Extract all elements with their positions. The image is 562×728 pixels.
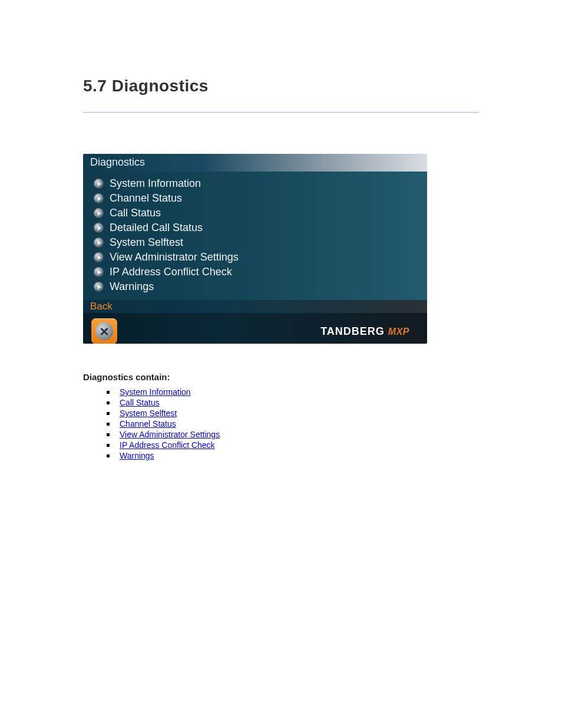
list-item: System Information [107,387,479,397]
section-heading: 5.7 Diagnostics [83,77,479,95]
brand-sub: MXP [388,327,409,337]
play-icon [94,223,104,233]
link-call-status[interactable]: Call Status [120,398,160,407]
link-channel-status[interactable]: Channel Status [120,419,176,429]
diagnostics-panel: Diagnostics System Information Channel S… [83,154,427,344]
link-view-administrator-settings[interactable]: View Administrator Settings [120,430,220,439]
menu-item-label: Channel Status [110,192,182,205]
menu-item-label: Detailed Call Status [110,222,203,234]
list-item: View Administrator Settings [107,429,479,440]
list-item: Warnings [107,450,479,461]
menu-item-warnings[interactable]: Warnings [94,279,427,294]
back-button[interactable] [91,318,117,344]
links-list: System Information Call Status System Se… [83,387,479,461]
brand-main: TANDBERG [320,325,385,338]
play-icon [94,267,104,277]
play-icon [94,238,104,248]
menu-item-ip-address-conflict-check[interactable]: IP Address Conflict Check [94,265,427,279]
brand: TANDBERG MXP [320,325,409,338]
list-item: Channel Status [107,419,479,429]
panel-body: System Information Channel Status Call S… [83,172,427,300]
menu-item-system-selftest[interactable]: System Selftest [94,235,427,250]
menu-item-label: System Information [110,177,201,190]
menu-item-call-status[interactable]: Call Status [94,206,427,220]
menu-item-label: System Selftest [110,236,183,249]
link-ip-address-conflict-check[interactable]: IP Address Conflict Check [120,440,215,450]
menu-item-label: Warnings [110,281,154,293]
link-warnings[interactable]: Warnings [120,451,154,460]
play-icon [94,193,104,203]
play-icon [94,208,104,218]
horizontal-rule [83,112,479,113]
play-icon [94,282,104,292]
menu-item-label: View Administrator Settings [110,251,239,263]
link-system-selftest[interactable]: System Selftest [120,409,177,418]
back-bar-label: Back [83,300,427,313]
menu-item-detailed-call-status[interactable]: Detailed Call Status [94,220,427,235]
menu-item-view-administrator-settings[interactable]: View Administrator Settings [94,250,427,265]
link-system-information[interactable]: System Information [120,387,191,397]
play-icon [94,179,104,189]
list-item: IP Address Conflict Check [107,440,479,450]
menu-item-label: IP Address Conflict Check [110,266,232,278]
panel-footer: TANDBERG MXP [83,313,427,344]
menu-item-label: Call Status [110,207,161,219]
links-heading: Diagnostics contain: [83,372,479,382]
close-icon [95,322,113,340]
play-icon [94,252,104,262]
menu-item-channel-status[interactable]: Channel Status [94,191,427,206]
list-item: System Selftest [107,408,479,419]
menu-item-system-information[interactable]: System Information [94,176,427,191]
list-item: Call Status [107,397,479,408]
panel-title: Diagnostics [83,154,427,172]
document-page: 5.7 Diagnostics Diagnostics System Infor… [0,0,562,728]
